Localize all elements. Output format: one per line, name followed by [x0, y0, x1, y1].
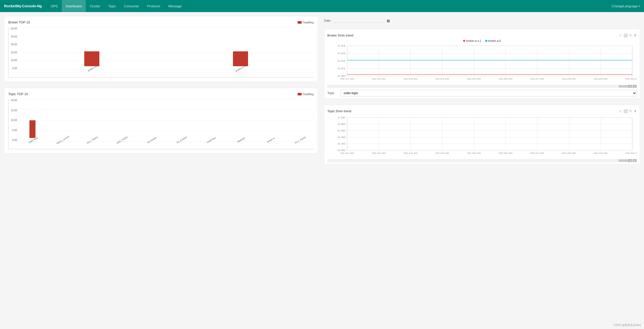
calendar-icon[interactable]: ▦ — [387, 19, 390, 23]
y-label: 0.00 — [12, 139, 17, 141]
bar-x-label: ACE_TOPIC — [116, 136, 128, 144]
broker-scrollbar[interactable]: ◂ ▸ — [327, 85, 637, 88]
svg-text:09:22:30: 09:22:30 — [372, 152, 386, 154]
legend-dot — [485, 40, 487, 42]
svg-text:0.02: 0.02 — [338, 60, 345, 62]
bar-group: broker-a — [256, 138, 284, 141]
topic-select[interactable]: order-topic — [340, 90, 637, 96]
bar — [84, 51, 99, 66]
nav-item-cluster[interactable]: Cluster — [86, 0, 104, 12]
svg-rect-65 — [347, 118, 632, 150]
bar-group: tmarkTest — [197, 138, 225, 141]
broker-bar-chart: 50.0040.0030.0020.0010.000.00 broker-a:0… — [8, 27, 314, 78]
topic-fullscreen-icon[interactable]: ⬜ — [623, 109, 628, 113]
date-input[interactable] — [333, 18, 384, 23]
broker-top10-legend: TotalMsg — [298, 21, 314, 24]
y-label: 5.00 — [12, 129, 17, 132]
watermark: CSDN @悠享先生Max — [613, 323, 641, 327]
scroll-left[interactable]: ◂ — [628, 85, 632, 88]
bar-x-label: broker-a — [266, 137, 275, 143]
broker-trend-card: Broker 5min trend ⤢ ⬜ ↻ ⬇ broker-a-s:1br… — [324, 29, 640, 99]
svg-text:09:24:00: 09:24:00 — [435, 78, 449, 80]
y-label: 50.00 — [11, 27, 17, 30]
legend-color-broker — [298, 21, 302, 24]
date-row: Date ▦ — [324, 16, 640, 25]
svg-text:0.04: 0.04 — [338, 45, 345, 47]
legend-item: broker-a-s:1 — [463, 39, 481, 42]
svg-text:09:23:00: 09:23:00 — [404, 78, 418, 80]
topic-expand-icon[interactable]: ⤢ — [619, 109, 622, 113]
svg-text:0.20: 0.20 — [338, 142, 345, 145]
topic-download-icon[interactable]: ⬇ — [634, 109, 637, 113]
nav-item-dashboard[interactable]: Dashboard — [62, 0, 86, 12]
scroll-right[interactable]: ▸ — [633, 85, 637, 88]
legend-item: broker-a:0 — [485, 39, 501, 42]
broker-trend-legend: broker-a-s:1broker-a:0 — [327, 39, 637, 42]
main-content: Broker TOP 10 TotalMsg 50.0040.0030.0020… — [0, 12, 644, 329]
brand: RocketMq-Console-Ng — [4, 4, 42, 8]
svg-text:09:25:00: 09:25:00 — [467, 78, 481, 80]
download-icon[interactable]: ⬇ — [634, 33, 637, 37]
topic-legend-label: TotalMsg — [303, 93, 314, 96]
change-language[interactable]: ChangeLanguage — [612, 4, 640, 8]
legend-color-topic — [298, 93, 302, 95]
svg-text:09:26:30: 09:26:30 — [499, 152, 512, 154]
topic-scrollbar[interactable]: ◂ ▸ — [327, 159, 637, 162]
navbar: RocketMq-Console-Ng OPSDashboardClusterT… — [0, 0, 644, 12]
bar-x-label: tmarkTest — [207, 136, 216, 143]
svg-text:1.00: 1.00 — [338, 116, 345, 119]
bar-x-label: %DLC_XXX% — [56, 135, 69, 145]
svg-text:0.40: 0.40 — [338, 136, 345, 138]
nav-item-ops[interactable]: OPS — [47, 0, 62, 12]
topic-refresh-icon[interactable]: ↻ — [629, 109, 632, 113]
topic-trend-actions: ⤢ ⬜ ↻ ⬇ — [619, 109, 637, 113]
expand-icon[interactable]: ⤢ — [619, 33, 622, 37]
bar-x-label: ALU_TOPIC — [87, 136, 99, 144]
svg-text:09:27:00: 09:27:00 — [530, 78, 544, 80]
svg-text:09:29:30: 09:29:30 — [594, 152, 608, 154]
svg-text:09:27:30: 09:27:30 — [530, 152, 544, 154]
topic-top10-title: Topic TOP 10 — [8, 92, 28, 96]
nav-item-producer[interactable]: Producer — [143, 0, 165, 12]
nav-item-message[interactable]: Message — [164, 0, 186, 12]
svg-text:0.60: 0.60 — [338, 129, 345, 132]
svg-text:0.80: 0.80 — [338, 123, 345, 125]
bar-x-label: tue-cluster — [147, 136, 157, 144]
y-label: 0.00 — [12, 67, 17, 70]
svg-text:09:24:30: 09:24:30 — [435, 152, 449, 154]
y-label: 20.00 — [11, 51, 17, 54]
nav-item-consumer[interactable]: Consumer — [120, 0, 143, 12]
nav-item-topic[interactable]: Topic — [104, 0, 120, 12]
bar-group: tue-cluster — [137, 138, 165, 141]
broker-trend-actions: ⤢ ⬜ ↻ ⬇ — [619, 33, 637, 37]
legend-dot — [463, 40, 465, 42]
broker-trend-chart: 0.040.030.020.010.0009:21:0009:22:0009:2… — [327, 43, 637, 88]
refresh-icon[interactable]: ↻ — [629, 33, 632, 37]
legend-label: broker-a:0 — [488, 39, 501, 42]
topic-bar-chart: 20.0015.0010.005.000.00 order-topic%DLC_… — [8, 99, 314, 149]
bar-x-label: TBW102 — [237, 137, 246, 143]
topic-top10-legend: TotalMsg — [298, 93, 314, 96]
y-label: 10.00 — [11, 59, 17, 62]
svg-text:09:30:30: 09:30:30 — [625, 152, 637, 154]
svg-text:09:22:00: 09:22:00 — [372, 78, 386, 80]
bar-group: broker-a:0 — [19, 51, 165, 70]
bar-x-label: PLY_TOPIC — [295, 136, 306, 144]
svg-text:09:30:00: 09:30:00 — [625, 78, 637, 80]
topic-top10-card: Topic TOP 10 TotalMsg 20.0015.0010.005.0… — [4, 88, 318, 154]
right-panel: Date ▦ Broker 5min trend ⤢ ⬜ ↻ ⬇ broker-… — [322, 16, 640, 325]
topic-scroll-left[interactable]: ◂ — [628, 159, 632, 162]
bar-group: PLY_TOPIC — [286, 138, 314, 141]
fullscreen-icon[interactable]: ⬜ — [623, 33, 628, 37]
bar — [29, 120, 35, 138]
svg-text:0.00: 0.00 — [338, 75, 345, 77]
svg-text:09:29:00: 09:29:00 — [594, 78, 608, 80]
bar-x-label: TQ_EVENT — [176, 136, 187, 144]
y-label: 10.00 — [11, 119, 17, 122]
topic-scroll-right[interactable]: ▸ — [633, 159, 637, 162]
svg-text:09:28:30: 09:28:30 — [562, 152, 576, 154]
bar-group: TQ_EVENT — [167, 138, 195, 141]
y-label: 30.00 — [11, 43, 17, 46]
svg-text:0.03: 0.03 — [338, 52, 345, 55]
topic-selector-row: Topic order-topic — [327, 90, 637, 96]
